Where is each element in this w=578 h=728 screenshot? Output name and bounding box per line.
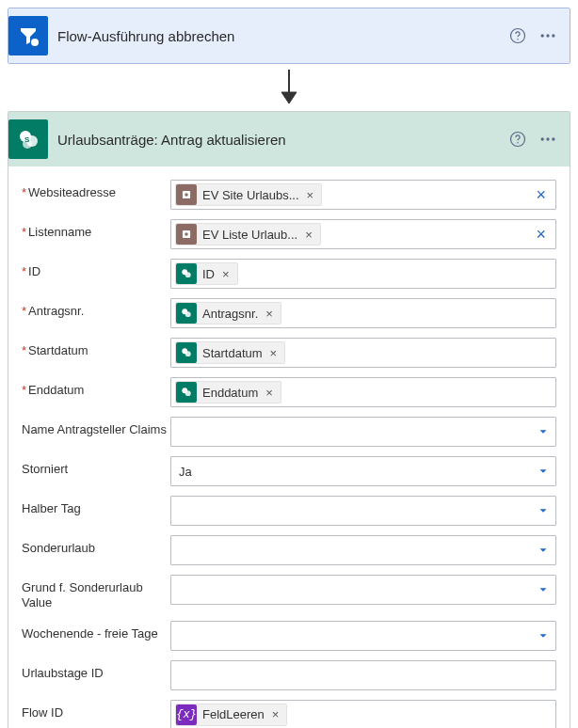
remove-token-icon[interactable]: ×: [268, 346, 280, 360]
svg-point-7: [552, 34, 554, 37]
svg-point-4: [517, 39, 519, 40]
svg-point-18: [552, 137, 554, 140]
field-label-storniert: Storniert: [22, 456, 170, 477]
field-row-flowid: Flow ID {x} FeldLeeren ×: [22, 700, 556, 729]
more-icon[interactable]: [536, 24, 560, 48]
cancel-flow-header: Flow-Ausführung abbrechen: [8, 8, 570, 63]
end-input[interactable]: Enddatum ×: [170, 377, 556, 407]
svg-point-17: [546, 137, 549, 140]
cancel-flow-card: Flow-Ausführung abbrechen: [8, 8, 570, 64]
field-label-start: *Startdatum: [22, 338, 170, 358]
sharepoint-title: Urlaubsanträge: Antrag aktualisieren: [57, 132, 496, 148]
field-row-end: *Enddatum Enddatum ×: [22, 377, 556, 407]
list-token[interactable]: EV Liste Urlaub... ×: [175, 223, 321, 245]
halbtag-select[interactable]: [170, 496, 556, 526]
sharepoint-actions: [506, 127, 560, 151]
field-row-halbtag: Halber Tag: [22, 496, 556, 526]
end-token[interactable]: Enddatum ×: [175, 381, 281, 404]
id-token-text: ID: [202, 267, 215, 281]
remove-token-icon[interactable]: ×: [264, 307, 275, 321]
chevron-down-icon: [537, 465, 550, 478]
list-input[interactable]: EV Liste Urlaub... × ×: [170, 219, 556, 249]
claims-select[interactable]: [170, 417, 556, 447]
wochenende-select[interactable]: [170, 621, 556, 651]
sharepoint-header: S Urlaubsanträge: Antrag aktualisieren: [8, 112, 570, 166]
cancel-flow-icon: [8, 16, 48, 55]
clear-field-icon[interactable]: ×: [530, 226, 552, 243]
svg-rect-1: [34, 40, 36, 44]
svg-point-16: [541, 137, 544, 140]
svg-point-15: [517, 142, 519, 144]
chevron-down-icon: [537, 504, 550, 517]
chevron-down-icon: [537, 425, 550, 438]
field-label-site: *Websiteadresse: [22, 180, 170, 200]
field-label-list: *Listenname: [22, 219, 170, 240]
sharepoint-token-icon: [176, 303, 197, 324]
remove-token-icon[interactable]: ×: [305, 188, 316, 202]
remove-token-icon[interactable]: ×: [303, 228, 314, 242]
sharepoint-update-card: S Urlaubsanträge: Antrag aktualisieren *…: [8, 111, 570, 728]
flowid-input[interactable]: {x} FeldLeeren ×: [170, 700, 556, 729]
field-label-urlaubstage: Urlaubstage ID: [22, 660, 170, 681]
field-label-halbtag: Halber Tag: [22, 496, 170, 516]
field-row-start: *Startdatum Startdatum ×: [22, 338, 556, 368]
sharepoint-token-icon: [176, 382, 197, 403]
remove-token-icon[interactable]: ×: [220, 267, 232, 281]
sharepoint-token-icon: [176, 263, 197, 284]
reqno-input[interactable]: Antragsnr. ×: [170, 298, 556, 328]
expression-icon: {x}: [176, 704, 197, 725]
field-label-id: *ID: [22, 259, 170, 279]
sharepoint-token-icon: [176, 342, 197, 363]
field-row-sonder: Sonderurlaub: [22, 535, 556, 565]
field-row-claims: Name Antragsteller Claims: [22, 417, 556, 447]
end-token-text: Enddatum: [202, 386, 258, 400]
sondergrund-select[interactable]: [170, 575, 556, 605]
start-input[interactable]: Startdatum ×: [170, 338, 556, 368]
site-input[interactable]: EV Site Urlaubs... × ×: [170, 180, 556, 210]
remove-token-icon[interactable]: ×: [264, 386, 275, 400]
start-token-text: Startdatum: [202, 346, 263, 360]
field-label-sondergrund: Grund f. Sonderurlaub Value: [22, 575, 170, 611]
svg-rect-2: [34, 44, 36, 46]
clear-field-icon[interactable]: ×: [530, 186, 552, 203]
field-label-flowid: Flow ID: [22, 700, 170, 720]
field-row-reqno: *Antragsnr. Antragsnr. ×: [22, 298, 556, 328]
field-row-list: *Listenname EV Liste Urlaub... × ×: [22, 219, 556, 249]
svg-point-30: [185, 390, 191, 396]
flowid-token[interactable]: {x} FeldLeeren ×: [175, 704, 287, 726]
site-token-text: EV Site Urlaubs...: [202, 188, 299, 202]
sonder-select[interactable]: [170, 535, 556, 565]
remove-token-icon[interactable]: ×: [270, 707, 281, 721]
site-token[interactable]: EV Site Urlaubs... ×: [175, 183, 322, 206]
id-token[interactable]: ID ×: [175, 262, 238, 285]
svg-marker-9: [281, 92, 297, 103]
sharepoint-icon: S: [8, 119, 48, 159]
field-row-id: *ID ID ×: [22, 259, 556, 289]
svg-point-28: [185, 351, 191, 356]
field-label-sonder: Sonderurlaub: [22, 535, 170, 556]
id-input[interactable]: ID ×: [170, 259, 556, 289]
storniert-value: Ja: [179, 465, 537, 479]
urlaubstage-input[interactable]: [170, 660, 556, 690]
field-row-urlaubstage: Urlaubstage ID: [22, 660, 556, 690]
field-row-wochenende: Wochenende - freie Tage: [22, 621, 556, 651]
storniert-select[interactable]: Ja: [170, 456, 556, 486]
reqno-token-text: Antragsnr.: [202, 307, 258, 321]
field-label-wochenende: Wochenende - freie Tage: [22, 621, 170, 641]
variable-icon: [176, 184, 197, 205]
list-token-text: EV Liste Urlaub...: [202, 228, 297, 242]
connector-arrow: [8, 64, 570, 111]
field-row-storniert: Storniert Ja: [22, 456, 556, 486]
help-icon[interactable]: [506, 24, 530, 48]
field-label-end: *Enddatum: [22, 377, 170, 398]
svg-point-22: [185, 232, 188, 236]
field-row-sondergrund: Grund f. Sonderurlaub Value: [22, 575, 556, 611]
more-icon[interactable]: [536, 127, 560, 151]
variable-icon: [176, 224, 197, 245]
help-icon[interactable]: [506, 127, 530, 151]
cancel-flow-actions: [506, 24, 560, 48]
svg-point-26: [185, 311, 191, 317]
field-row-site: *Websiteadresse EV Site Urlaubs... × ×: [22, 180, 556, 210]
start-token[interactable]: Startdatum ×: [175, 341, 285, 364]
reqno-token[interactable]: Antragsnr. ×: [175, 302, 281, 324]
